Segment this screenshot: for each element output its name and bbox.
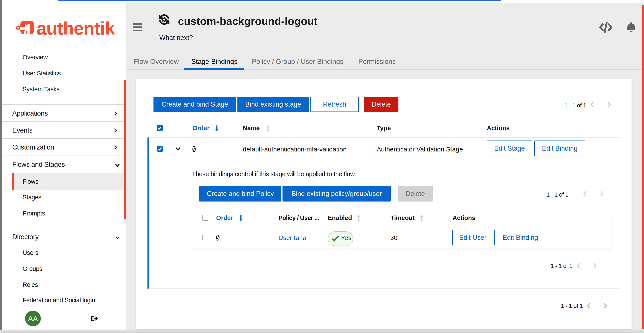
svg-text:authentik: authentik xyxy=(36,19,115,37)
